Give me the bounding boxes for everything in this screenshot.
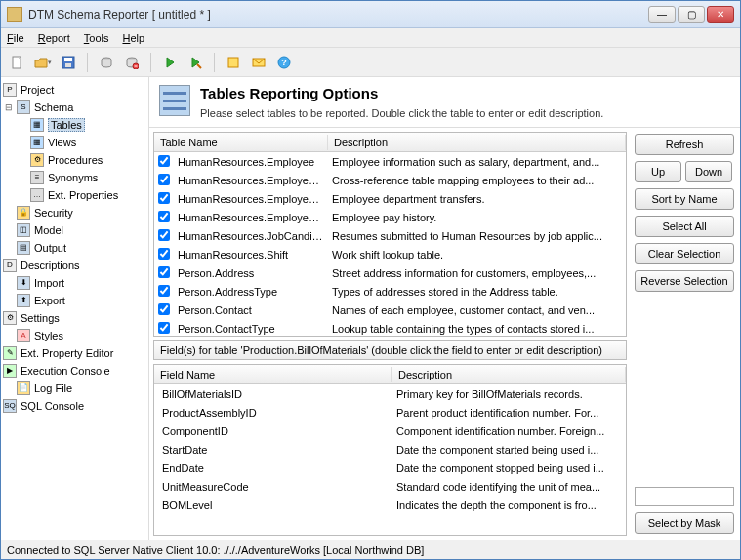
tree-export[interactable]: ⬆Export [17, 292, 146, 309]
db-connect-button[interactable] [96, 52, 117, 73]
tree-synonyms[interactable]: ≡Synonyms [30, 169, 146, 186]
tree-settings[interactable]: ⚙Settings [3, 309, 146, 327]
row-desc: Employee information such as salary, dep… [328, 156, 622, 168]
menu-tools[interactable]: Tools [84, 32, 109, 44]
table-row[interactable]: Person.AddressType Types of addresses st… [154, 282, 626, 300]
field-row[interactable]: ProductAssemblyID Parent product identif… [154, 403, 626, 421]
page-title: Tables Reporting Options [200, 85, 603, 101]
tables-col-name[interactable]: Table Name [154, 135, 328, 150]
row-checkbox[interactable] [158, 248, 170, 260]
fields-col-name[interactable]: Field Name [154, 367, 392, 382]
fields-col-desc[interactable]: Description [392, 367, 626, 382]
page-header: Tables Reporting Options Please select t… [149, 77, 740, 128]
field-row[interactable]: EndDate Date the component stopped being… [154, 459, 626, 477]
import-icon: ⬇ [17, 276, 30, 290]
row-name: HumanResources.JobCandidate [174, 230, 328, 242]
tables-grid[interactable]: Table Name Description HumanResources.Em… [153, 132, 627, 337]
field-desc: Standard code identifying the unit of me… [392, 481, 622, 493]
save-button[interactable] [58, 52, 79, 73]
mail-button[interactable] [248, 52, 269, 73]
minimize-button[interactable]: — [648, 6, 676, 23]
close-button[interactable]: ✕ [707, 6, 734, 23]
tree-output[interactable]: ▤Output [17, 239, 146, 257]
up-button[interactable]: Up [635, 161, 681, 182]
row-desc: Employee pay history. [328, 212, 622, 223]
sort-by-name-button[interactable]: Sort by Name [635, 188, 734, 210]
export-icon: ⬆ [17, 294, 30, 307]
table-row[interactable]: Person.ContactType Lookup table containi… [154, 319, 626, 336]
help-button[interactable]: ? [273, 52, 295, 73]
field-row[interactable]: UnitMeasureCode Standard code identifyin… [154, 477, 626, 496]
run-button[interactable] [159, 52, 181, 73]
row-name: HumanResources.EmployeeAd... [174, 175, 328, 186]
tables-col-desc[interactable]: Description [328, 135, 626, 150]
table-row[interactable]: HumanResources.Employee Employee informa… [154, 152, 626, 171]
row-desc: Types of addresses stored in the Address… [328, 286, 622, 298]
open-button[interactable]: ▾ [32, 52, 54, 73]
row-checkbox[interactable] [158, 303, 170, 315]
field-row[interactable]: BOMLevel Indicates the depth the compone… [154, 496, 626, 514]
tree-import[interactable]: ⬇Import [17, 274, 146, 292]
toolbar: ▾ ? [1, 48, 740, 77]
field-desc: Parent product identification number. Fo… [392, 407, 622, 419]
tree-project[interactable]: PProject [3, 81, 146, 99]
field-name: ProductAssemblyID [158, 407, 392, 419]
tree-security[interactable]: 🔒Security [17, 204, 146, 221]
status-bar: Connected to SQL Server Native Client 10… [1, 540, 740, 559]
tree-procedures[interactable]: ⚙Procedures [30, 151, 146, 169]
field-row[interactable]: StartDate Date the component started bei… [154, 440, 626, 459]
table-row[interactable]: HumanResources.Shift Work shift lookup t… [154, 245, 626, 263]
tree-sqlconsole[interactable]: SQSQL Console [3, 397, 146, 415]
menu-file[interactable]: File [7, 32, 24, 44]
row-checkbox[interactable] [158, 285, 170, 297]
tree-execconsole[interactable]: ▶Execution Console [3, 362, 146, 380]
row-checkbox[interactable] [158, 211, 170, 222]
project-icon: P [3, 83, 17, 97]
reverse-selection-button[interactable]: Reverse Selection [635, 270, 734, 292]
row-name: HumanResources.Shift [174, 249, 328, 260]
tree-descriptions[interactable]: DDescriptions [3, 257, 146, 274]
table-row[interactable]: HumanResources.EmployeePa... Employee pa… [154, 208, 626, 226]
fields-caption: Field(s) for table 'Production.BillOfMat… [153, 340, 627, 360]
tree-schema[interactable]: SSchema [17, 99, 146, 116]
row-checkbox[interactable] [158, 322, 170, 334]
row-checkbox[interactable] [158, 174, 170, 185]
field-desc: Date the component stopped being used i.… [392, 462, 622, 474]
tree-styles[interactable]: AStyles [17, 327, 146, 344]
table-row[interactable]: HumanResources.EmployeeAd... Cross-refer… [154, 171, 626, 189]
select-all-button[interactable]: Select All [635, 216, 734, 237]
tree-views[interactable]: ▦Views [30, 134, 146, 151]
table-row[interactable]: HumanResources.JobCandidate Resumes subm… [154, 226, 626, 245]
row-checkbox[interactable] [158, 192, 170, 204]
fields-grid[interactable]: Field Name Description BillOfMaterialsID… [153, 364, 627, 536]
refresh-button[interactable]: Refresh [635, 134, 734, 155]
row-checkbox[interactable] [158, 266, 170, 278]
table-row[interactable]: HumanResources.EmployeeDe... Employee de… [154, 189, 626, 208]
select-by-mask-button[interactable]: Select by Mask [635, 512, 734, 534]
tree-tables[interactable]: ▦Tables [30, 116, 146, 134]
down-button[interactable]: Down [685, 161, 732, 182]
db-disconnect-button[interactable] [121, 52, 143, 73]
row-checkbox[interactable] [158, 229, 170, 241]
tree-extprops[interactable]: …Ext. Properties [30, 186, 146, 204]
describe-button[interactable] [223, 52, 244, 73]
menu-help[interactable]: Help [122, 32, 144, 44]
mask-input[interactable] [635, 487, 734, 506]
menu-report[interactable]: Report [38, 32, 70, 44]
field-row[interactable]: BillOfMaterialsID Primary key for BillOf… [154, 384, 626, 403]
table-row[interactable]: Person.Contact Names of each employee, c… [154, 300, 626, 319]
maximize-button[interactable]: ▢ [678, 6, 705, 23]
run-alt-button[interactable] [185, 52, 206, 73]
tree-model[interactable]: ◫Model [17, 221, 146, 239]
row-name: Person.ContactType [174, 323, 328, 335]
tree-logfile[interactable]: 📄Log File [17, 380, 146, 397]
tree-extpropeditor[interactable]: ✎Ext. Property Editor [3, 344, 146, 362]
clear-selection-button[interactable]: Clear Selection [635, 243, 734, 264]
new-button[interactable] [7, 52, 28, 73]
project-tree[interactable]: PProject SSchema ▦Tables ▦Views ⚙Procedu… [1, 77, 149, 540]
table-row[interactable]: Person.Address Street address informatio… [154, 263, 626, 282]
styles-icon: A [17, 329, 30, 342]
field-row[interactable]: ComponentID Component identification num… [154, 421, 626, 440]
app-icon [7, 7, 22, 22]
row-checkbox[interactable] [158, 155, 170, 167]
